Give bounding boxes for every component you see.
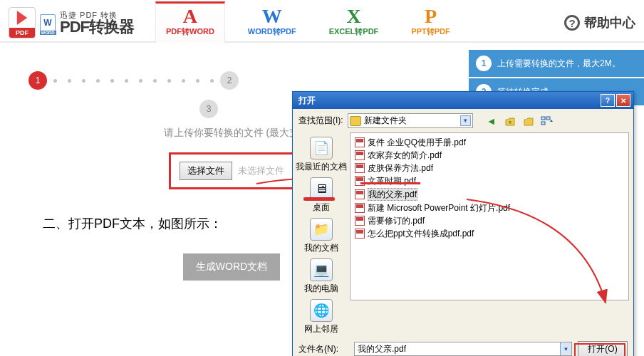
desktop-highlight [303, 197, 335, 201]
sidebar-network[interactable]: 🌐 网上邻居 [303, 298, 340, 337]
file-item[interactable]: 新建 Microsoft PowerPoint 幻灯片.pdf [353, 201, 625, 214]
step-3: 3 [199, 100, 218, 118]
file-open-dialog: 打开 ? ✕ 查找范围(I): 新建文件夹 ▼ ◄ [292, 91, 634, 356]
file-item[interactable]: 怎么把ppt文件转换成pdf.pdf [353, 227, 625, 240]
sidebar-desktop[interactable]: 🖥 桌面 [308, 176, 334, 215]
chevron-down-icon: ▼ [460, 115, 471, 126]
logo-title: PDF转换器 [60, 19, 134, 35]
new-folder-icon[interactable] [521, 114, 536, 128]
choose-file-highlight: 选择文件 未选择文件 [169, 152, 295, 189]
mydocs-icon: 📁 [310, 218, 333, 241]
no-file-label: 未选择文件 [238, 164, 284, 177]
svg-rect-0 [541, 117, 545, 120]
logo-pdf-icon [9, 7, 36, 38]
pdf-file-icon [355, 216, 365, 226]
help-link[interactable]: ? 帮助中心 [564, 14, 635, 31]
file-item[interactable]: 我的父亲.pdf [353, 187, 625, 201]
pdf-file-icon [355, 137, 365, 147]
pdf-glyph-icon: A [183, 6, 197, 26]
file-item[interactable]: 文革时期.pdf [353, 174, 625, 187]
file-list[interactable]: 复件 企业QQ使用手册.pdf农家弃女的简介.pdf皮肤保养方法.pdf文革时期… [350, 132, 629, 300]
sidebar-item-label: 网上邻居 [304, 323, 338, 335]
pdf-file-icon [355, 163, 365, 173]
close-button[interactable]: ✕ [616, 94, 630, 107]
pdf-file-icon [355, 189, 365, 199]
look-in-label: 查找范围(I): [298, 115, 343, 127]
generate-word-button[interactable]: 生成WORD文档 [183, 253, 280, 281]
svg-rect-2 [541, 122, 545, 125]
network-icon: 🌐 [310, 299, 333, 322]
svg-rect-1 [546, 117, 550, 120]
file-name: 复件 企业QQ使用手册.pdf [368, 137, 466, 148]
filename-value: 我的父亲.pdf [358, 343, 406, 355]
ppt-glyph-icon: P [425, 6, 437, 26]
sidebar-item-label: 我的电脑 [304, 283, 338, 295]
pdf-file-icon [355, 150, 365, 160]
places-sidebar: 📄 我最近的文档 🖥 桌面 📁 我的文档 💻 我的电脑 🌐 网上邻居 [293, 132, 350, 337]
chevron-down-icon: ▼ [560, 342, 571, 355]
filename-combo[interactable]: 我的父亲.pdf ▼ [354, 342, 572, 356]
file-name: 皮肤保养方法.pdf [368, 162, 433, 174]
pdf-file-icon [355, 229, 365, 239]
tip-text: 上传需要转换的文件，最大2M。 [497, 58, 620, 70]
folder-icon [350, 116, 361, 126]
file-name: 我的父亲.pdf [368, 188, 417, 201]
step-2: 2 [220, 71, 239, 90]
tab-ppt2pdf[interactable]: P PPT转PDF [401, 4, 459, 41]
tip-step-1: 1 上传需要转换的文件，最大2M。 [469, 50, 644, 77]
logo: W 迅捷 PDF 转换 PDF转换器 [9, 7, 134, 38]
sidebar-mypc[interactable]: 💻 我的电脑 [303, 257, 340, 296]
help-button[interactable]: ? [601, 94, 615, 107]
view-menu-icon[interactable] [540, 114, 554, 128]
sidebar-recent[interactable]: 📄 我最近的文档 [294, 135, 348, 174]
file-item[interactable]: 需要修订的.pdf [353, 214, 625, 227]
tab-label: WORD转PDF [248, 26, 296, 37]
sidebar-item-label: 我的文档 [304, 242, 338, 254]
folder-name: 新建文件夹 [364, 115, 407, 127]
tab-pdf2word[interactable]: A PDF转WORD [155, 1, 225, 43]
look-in-combo[interactable]: 新建文件夹 ▼ [348, 113, 473, 128]
mypc-icon: 💻 [310, 258, 333, 281]
tab-label: EXCEL转PDF [329, 26, 379, 37]
dialog-titlebar[interactable]: 打开 ? ✕ [293, 92, 633, 109]
up-folder-icon[interactable] [503, 114, 517, 128]
file-item[interactable]: 复件 企业QQ使用手册.pdf [353, 136, 625, 149]
excel-glyph-icon: X [346, 6, 360, 26]
help-label: 帮助中心 [584, 14, 635, 31]
dialog-title: 打开 [298, 95, 316, 107]
step-1: 1 [28, 71, 47, 90]
help-icon: ? [564, 15, 580, 31]
choose-file-button[interactable]: 选择文件 [180, 162, 232, 180]
file-item[interactable]: 皮肤保养方法.pdf [353, 162, 625, 174]
file-name: 新建 Microsoft PowerPoint 幻灯片.pdf [368, 202, 510, 214]
tab-label: PPT转PDF [411, 26, 450, 37]
topbar: W 迅捷 PDF 转换 PDF转换器 A PDF转WORD W WORD转PDF… [0, 0, 644, 43]
file-name: 农家弃女的简介.pdf [368, 150, 442, 161]
logo-word-icon: W [40, 14, 56, 31]
step-indicator: 1 2 [28, 71, 435, 90]
open-button[interactable]: 打开(O) [578, 341, 628, 356]
file-name: 怎么把ppt文件转换成pdf.pdf [368, 228, 474, 239]
word-glyph-icon: W [262, 6, 282, 26]
look-in-row: 查找范围(I): 新建文件夹 ▼ ◄ [293, 109, 633, 132]
step-number: 1 [476, 56, 492, 71]
sidebar-item-label: 桌面 [313, 201, 330, 214]
tab-excel2pdf[interactable]: X EXCEL转PDF [319, 4, 389, 41]
sidebar-item-label: 我最近的文档 [296, 161, 347, 173]
tab-label: PDF转WORD [166, 26, 214, 37]
file-name: 需要修订的.pdf [368, 215, 425, 226]
tabs: A PDF转WORD W WORD转PDF X EXCEL转PDF P PPT转… [155, 4, 460, 41]
pdf-file-icon [355, 203, 365, 213]
dialog-bottom: 文件名(N): 我的父亲.pdf ▼ 打开(O) 文件类型(T): Adobe … [293, 337, 633, 356]
file-item[interactable]: 农家弃女的简介.pdf [353, 149, 625, 162]
file-name: 文革时期.pdf [368, 175, 416, 187]
selected-file-highlight [360, 182, 420, 184]
filename-label: 文件名(N): [298, 343, 348, 355]
recent-icon: 📄 [310, 137, 333, 159]
back-icon[interactable]: ◄ [484, 114, 499, 128]
tab-word2pdf[interactable]: W WORD转PDF [238, 4, 306, 41]
sidebar-mydocs[interactable]: 📁 我的文档 [303, 216, 340, 256]
